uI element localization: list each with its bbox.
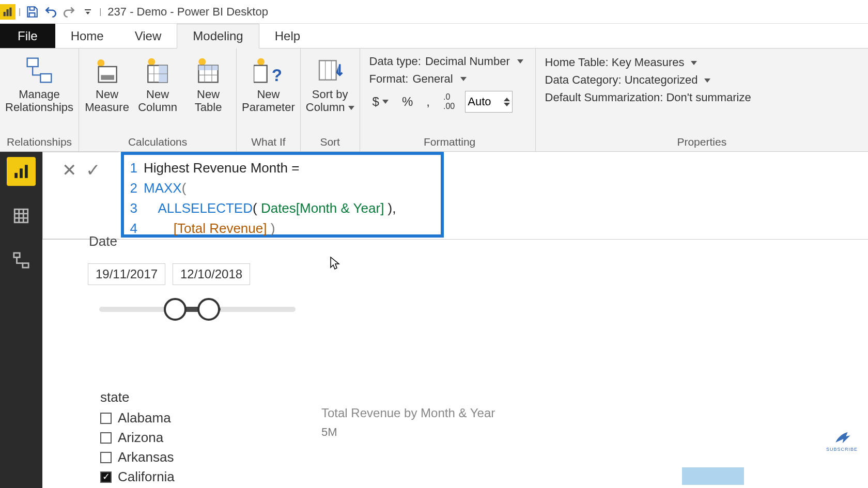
date-slider-handle-start[interactable]	[164, 298, 187, 321]
group-label-whatif: What If	[251, 134, 286, 150]
cancel-formula-button[interactable]: ✕	[62, 160, 76, 180]
currency-format-button[interactable]: $	[369, 93, 392, 110]
svg-rect-3	[27, 58, 38, 67]
tab-home[interactable]: Home	[55, 24, 119, 48]
undo-icon[interactable]	[43, 5, 58, 19]
data-type-dropdown[interactable]: Data type: Decimal Number	[369, 53, 530, 70]
group-label-formatting: Formatting	[424, 134, 475, 150]
new-table-button[interactable]: New Table	[185, 53, 231, 114]
svg-rect-28	[14, 209, 28, 223]
format-label: Format:	[369, 72, 409, 86]
redo-icon[interactable]	[62, 5, 76, 19]
svg-rect-6	[99, 67, 117, 82]
tab-help[interactable]: Help	[259, 24, 316, 48]
mouse-cursor-icon	[330, 256, 340, 272]
sort-by-column-label: Sort by Column	[306, 88, 354, 114]
report-canvas: ✕ ✓ 1234 Highest Revenue Month = MAXX( A…	[42, 152, 868, 488]
home-table-dropdown[interactable]: Home Table: Key Measures	[545, 54, 859, 71]
checkbox[interactable]	[100, 413, 112, 424]
ribbon: Manage Relationships Relationships New M…	[0, 49, 868, 152]
state-item-alabama[interactable]: Alabama	[100, 410, 171, 426]
new-parameter-button[interactable]: ? New Parameter	[242, 53, 295, 114]
ribbon-tabs: File Home View Modeling Help	[0, 24, 868, 49]
chevron-down-icon	[382, 100, 389, 104]
report-view-button[interactable]	[7, 157, 36, 186]
checkbox[interactable]	[100, 452, 112, 463]
group-calculations: New Measure New Column New Table Calcula…	[79, 49, 237, 151]
model-view-button[interactable]	[7, 246, 36, 275]
new-column-label: New Column	[138, 88, 177, 114]
svg-text:?: ?	[272, 66, 282, 85]
svg-rect-15	[198, 66, 218, 70]
state-item-arizona[interactable]: Arizona	[100, 430, 163, 446]
data-type-label: Data type:	[369, 55, 421, 68]
default-summarization-label: Default Summarization:	[545, 91, 663, 104]
svg-point-19	[257, 58, 265, 66]
tab-view[interactable]: View	[119, 24, 177, 48]
qat-dropdown-icon[interactable]	[81, 5, 95, 19]
state-item-label: Arkansas	[118, 449, 174, 465]
default-summarization-value: Don't summarize	[666, 91, 751, 104]
data-view-button[interactable]	[7, 201, 36, 230]
tab-modeling[interactable]: Modeling	[177, 24, 259, 49]
chevron-down-icon	[704, 78, 710, 83]
state-item-label: California	[118, 469, 175, 485]
group-formatting: Data type: Decimal Number Format: Genera…	[360, 49, 536, 151]
decimal-places-input[interactable]	[466, 95, 502, 108]
new-table-label: New Table	[195, 88, 222, 114]
data-category-dropdown[interactable]: Data Category: Uncategorized	[545, 71, 859, 89]
chevron-down-icon	[348, 106, 354, 110]
formula-editor[interactable]: 1234 Highest Revenue Month = MAXX( ALLSE…	[121, 152, 444, 238]
stepper-down[interactable]	[504, 103, 510, 106]
svg-rect-1	[7, 9, 9, 16]
svg-point-13	[198, 58, 206, 66]
svg-rect-2	[9, 7, 11, 16]
thousands-separator-button[interactable]: ,	[423, 93, 433, 110]
new-parameter-label: New Parameter	[242, 88, 295, 114]
date-start-input[interactable]: 19/11/2017	[88, 263, 165, 285]
manage-relationships-button[interactable]: Manage Relationships	[5, 53, 73, 114]
state-item-california[interactable]: California	[100, 469, 175, 485]
date-slider-handle-end[interactable]	[197, 298, 220, 321]
state-item-label: Arizona	[118, 430, 163, 446]
data-type-value: Decimal Number	[425, 55, 510, 68]
stepper-up[interactable]	[504, 98, 510, 101]
new-measure-button[interactable]: New Measure	[84, 53, 130, 114]
default-summarization-dropdown[interactable]: Default Summarization: Don't summarize	[545, 89, 859, 106]
checkbox[interactable]	[100, 471, 112, 483]
date-end-input[interactable]: 12/10/2018	[173, 263, 250, 285]
decimal-places-stepper[interactable]	[465, 91, 513, 113]
data-category-value: Uncategorized	[625, 73, 698, 86]
state-item-label: Alabama	[118, 410, 171, 426]
subscribe-badge[interactable]: SUBSCRIBE	[826, 426, 858, 452]
chart-y-tick: 5M	[321, 426, 337, 439]
checkbox[interactable]	[100, 432, 112, 444]
decimal-icon[interactable]: .0.00	[440, 91, 458, 112]
state-item-arkansas[interactable]: Arkansas	[100, 449, 174, 465]
group-sort: Sort by Column Sort	[301, 49, 360, 151]
svg-rect-34	[23, 263, 28, 268]
svg-rect-7	[101, 75, 114, 80]
title-bar: | | 237 - Demo - Power BI Desktop	[0, 0, 868, 24]
format-dropdown[interactable]: Format: General	[369, 70, 530, 88]
new-column-button[interactable]: New Column	[135, 53, 180, 114]
new-measure-label: New Measure	[85, 88, 129, 114]
sort-by-column-button[interactable]: Sort by Column	[306, 53, 354, 114]
date-slicer-label: Date	[89, 233, 117, 249]
percent-format-button[interactable]: %	[399, 93, 416, 110]
svg-rect-33	[14, 253, 20, 258]
formula-bar: ✕ ✓ 1234 Highest Revenue Month = MAXX( A…	[42, 152, 868, 240]
save-icon[interactable]	[25, 5, 39, 19]
svg-rect-4	[40, 74, 51, 82]
svg-point-8	[148, 58, 155, 66]
group-relationships: Manage Relationships Relationships	[0, 49, 79, 151]
commit-formula-button[interactable]: ✓	[86, 160, 100, 180]
group-label-sort: Sort	[320, 134, 340, 150]
formula-code[interactable]: Highest Revenue Month = MAXX( ALLSELECTE…	[140, 155, 400, 234]
subscribe-label: SUBSCRIBE	[826, 447, 858, 452]
svg-rect-26	[20, 168, 23, 178]
tab-file[interactable]: File	[0, 24, 55, 48]
formula-editor-wrap: 1234 Highest Revenue Month = MAXX( ALLSE…	[119, 152, 868, 239]
group-label-relationships: Relationships	[7, 134, 72, 150]
chevron-down-icon	[517, 59, 523, 64]
